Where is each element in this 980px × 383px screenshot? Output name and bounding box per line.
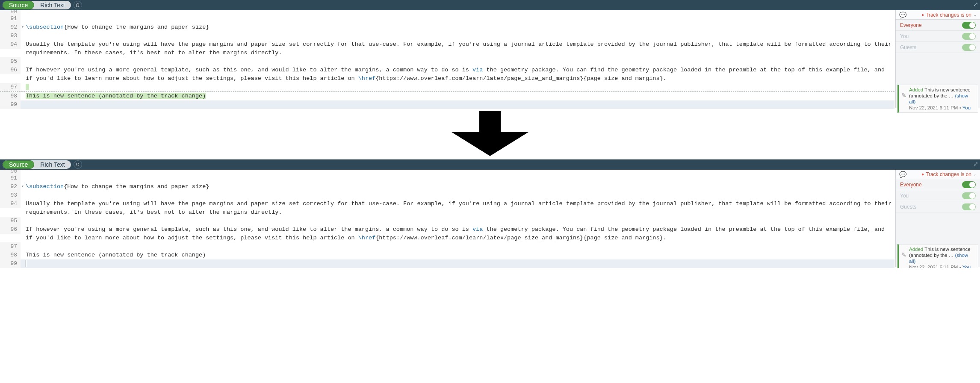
change-text: (annotated by the … <box>909 93 953 98</box>
toggle-guests[interactable] <box>962 203 976 210</box>
toggle-you[interactable] <box>962 33 976 40</box>
fold-marker-icon[interactable]: ▾ <box>21 183 25 191</box>
tc-header: 💬 ● Track changes is on ⌄ <box>896 170 980 179</box>
line-number: 93 <box>0 191 21 200</box>
code-area[interactable]: 90 91 92 ▾ \subsection{How to change the… <box>0 10 980 109</box>
line-number: 98 <box>0 92 21 100</box>
arrow-down-icon <box>447 111 533 158</box>
change-time: Nov 22, 2021 6:11 PM <box>909 265 958 268</box>
omega-icon[interactable]: Ω <box>74 160 82 169</box>
tc-header: 💬 ● Track changes is on ⌄ <box>896 10 980 20</box>
comment-icon[interactable]: 💬 <box>899 12 906 18</box>
latex-arg: {https://www.overleaf.com/learn/latex/pa… <box>375 235 667 241</box>
latex-command: \subsection <box>26 24 64 30</box>
code-text: Usually the template you're using will h… <box>25 200 894 217</box>
change-card[interactable]: ✎ Added This is new sentence (annotated … <box>897 244 978 268</box>
change-card[interactable]: ✎ Added This is new sentence (annotated … <box>897 85 978 113</box>
code-text: Usually the template you're using will h… <box>25 40 894 57</box>
line-number: 93 <box>0 32 21 40</box>
expand-icon[interactable]: ⤢ <box>973 1 978 8</box>
toggle-everyone[interactable] <box>962 22 976 29</box>
tc-row-you: You <box>896 190 980 201</box>
tab-source[interactable]: Source <box>3 1 34 9</box>
topbar: Source Rich Text Ω ⤢ <box>0 159 980 170</box>
editor-body: 90 91 92 ▾ \subsection{How to change the… <box>0 170 980 268</box>
tracked-insertion <box>26 84 29 90</box>
code-text: If however you're using a more general t… <box>26 226 472 233</box>
expand-icon[interactable]: ⤢ <box>973 160 978 167</box>
editor-mode-tabs: Source Rich Text <box>3 160 71 169</box>
latex-command: \href <box>358 75 376 82</box>
track-changes-status[interactable]: ● Track changes is on ⌄ <box>921 12 977 18</box>
tc-row-you: You <box>896 31 980 42</box>
latex-arg: {How to change the margins and paper siz… <box>64 24 209 30</box>
chevron-down-icon: ⌄ <box>973 172 977 177</box>
tc-label: Everyone <box>900 22 922 28</box>
change-text: (annotated by the … <box>909 253 953 258</box>
line-number: 90 <box>0 10 21 15</box>
pencil-icon: ✎ <box>901 87 906 111</box>
pane-after: Source Rich Text Ω ⤢ 90 91 92 ▾ \subsect… <box>0 159 980 268</box>
line-number: 99 <box>0 100 21 109</box>
tc-label: You <box>900 33 909 39</box>
tc-label: Guests <box>900 204 916 210</box>
line-number: 99 <box>0 259 21 268</box>
code-area[interactable]: 90 91 92 ▾ \subsection{How to change the… <box>0 170 980 268</box>
line-number: 90 <box>0 170 21 174</box>
editor-body: 90 91 92 ▾ \subsection{How to change the… <box>0 10 980 109</box>
tc-label: Guests <box>900 44 916 50</box>
track-changes-panel: 💬 ● Track changes is on ⌄ Everyone You G… <box>895 10 980 108</box>
svg-marker-0 <box>452 111 528 156</box>
dot: • <box>959 265 961 268</box>
latex-arg: {https://www.overleaf.com/learn/latex/pa… <box>375 75 667 82</box>
line-number: 95 <box>0 217 21 225</box>
latex-command: \subsection <box>26 183 64 190</box>
tab-richtext[interactable]: Rich Text <box>34 160 71 169</box>
line-number: 96 <box>0 66 21 74</box>
toggle-you[interactable] <box>962 192 976 199</box>
dot: • <box>959 105 961 110</box>
change-text: This is new sentence <box>924 87 970 92</box>
line-number: 91 <box>0 174 21 183</box>
chevron-down-icon: ⌄ <box>973 12 977 17</box>
tracked-insertion-text: This is new sentence (annotated by the t… <box>26 93 206 99</box>
toggle-guests[interactable] <box>962 44 976 51</box>
line-number: 94 <box>0 200 21 208</box>
line-number: 95 <box>0 57 21 66</box>
tc-label: Everyone <box>900 182 922 188</box>
change-time: Nov 22, 2021 6:11 PM <box>909 105 958 110</box>
line-number: 98 <box>0 251 21 259</box>
omega-icon[interactable]: Ω <box>74 1 82 9</box>
code-keyword: via <box>472 226 483 233</box>
tc-row-everyone: Everyone <box>896 179 980 190</box>
change-action: Added <box>909 247 923 252</box>
tc-label: You <box>900 193 909 199</box>
code-text: This is new sentence (annotated by the t… <box>25 251 894 259</box>
comment-icon[interactable]: 💬 <box>899 171 906 178</box>
code-text: If however you're using a more general t… <box>26 67 472 73</box>
line-number: 91 <box>0 15 21 23</box>
line-number: 97 <box>0 242 21 251</box>
record-dot-icon: ● <box>921 12 924 17</box>
fold-marker-icon[interactable]: ▾ <box>21 23 25 32</box>
line-number: 94 <box>0 40 21 49</box>
pencil-icon: ✎ <box>901 246 906 268</box>
toggle-everyone[interactable] <box>962 181 976 188</box>
code-keyword: via <box>472 67 483 73</box>
line-number: 92 <box>0 183 21 191</box>
track-changes-panel: 💬 ● Track changes is on ⌄ Everyone You G… <box>895 170 980 267</box>
line-number: 96 <box>0 225 21 234</box>
line-number: 97 <box>0 83 21 91</box>
tab-source[interactable]: Source <box>3 160 34 169</box>
change-action: Added <box>909 87 923 92</box>
change-author: You <box>962 265 971 268</box>
latex-command: \href <box>358 235 376 241</box>
change-author: You <box>962 105 971 110</box>
tc-status-text: Track changes is on <box>926 12 971 18</box>
latex-arg: {How to change the margins and paper siz… <box>64 183 209 190</box>
tab-richtext[interactable]: Rich Text <box>34 1 71 9</box>
topbar: Source Rich Text Ω ⤢ <box>0 0 980 10</box>
track-changes-status[interactable]: ● Track changes is on ⌄ <box>921 171 977 177</box>
transition-arrow <box>0 109 980 159</box>
line-number: 92 <box>0 23 21 32</box>
